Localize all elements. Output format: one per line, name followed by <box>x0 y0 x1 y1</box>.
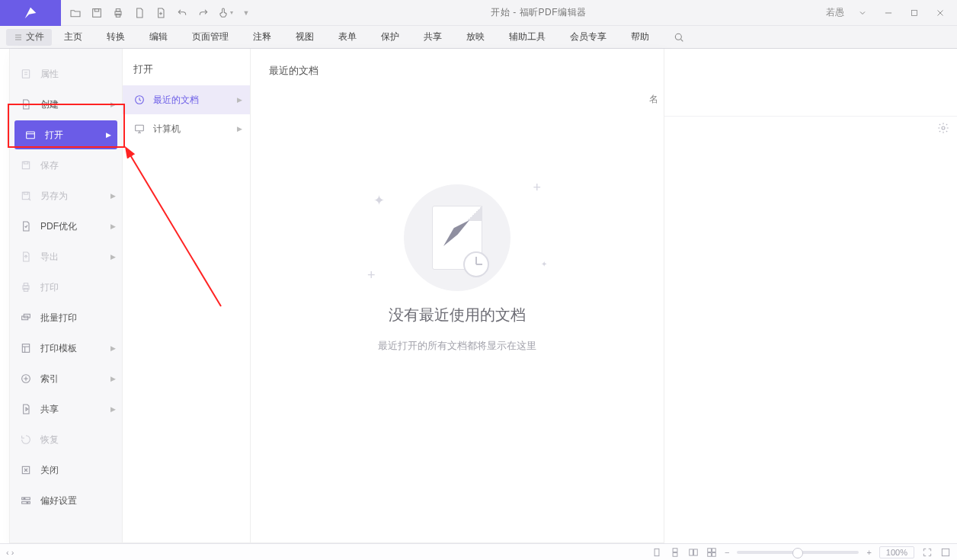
zoom-out-icon[interactable]: − <box>725 548 729 557</box>
file-backstage: 属性创建▶打开▶保存另存为▶PDF优化▶导出▶打印批量打印打印模板▶索引▶共享▶… <box>9 49 664 543</box>
clock-icon <box>463 251 489 277</box>
svg-rect-7 <box>22 70 29 78</box>
tab-home[interactable]: 主页 <box>52 26 94 49</box>
open-sub-monitor[interactable]: 计算机▶ <box>123 114 250 143</box>
open-icon[interactable] <box>66 3 85 23</box>
undo-icon[interactable] <box>172 3 192 23</box>
svg-rect-1 <box>94 8 98 11</box>
gear-icon[interactable] <box>937 122 949 134</box>
open-sub-clock[interactable]: 最近的文档▶ <box>123 85 250 114</box>
main-area: 属性创建▶打开▶保存另存为▶PDF优化▶导出▶打印批量打印打印模板▶索引▶共享▶… <box>0 49 957 543</box>
svg-rect-30 <box>673 548 677 552</box>
file-menu-export: 导出▶ <box>10 242 122 271</box>
svg-rect-29 <box>655 549 659 555</box>
view-single-icon[interactable] <box>651 547 662 558</box>
print-icon[interactable] <box>108 3 128 23</box>
svg-rect-5 <box>912 10 917 15</box>
file-menu-open[interactable]: 打开▶ <box>14 120 117 149</box>
fit-icon[interactable] <box>940 547 951 558</box>
file-menu-close[interactable]: 关闭 <box>10 456 122 485</box>
svg-rect-9 <box>22 162 29 168</box>
open-subpanel: 打开 最近的文档▶计算机▶ <box>123 49 251 542</box>
file-menu-optimize[interactable]: PDF优化▶ <box>10 212 122 241</box>
peek-text: 名 <box>649 93 658 106</box>
tab-form[interactable]: 表单 <box>326 26 369 49</box>
page-add-icon[interactable] <box>151 3 171 23</box>
quick-access-toolbar: ▾ ▼ <box>61 3 256 23</box>
file-tab[interactable]: 文件 <box>6 29 52 46</box>
file-menu-print: 打印 <box>10 273 122 302</box>
tab-annotate[interactable]: 注释 <box>241 26 283 49</box>
svg-rect-18 <box>22 344 29 353</box>
file-menu-saveas: 另存为▶ <box>10 181 122 210</box>
file-menu-new[interactable]: 创建▶ <box>10 90 122 119</box>
view-facing-cont-icon[interactable] <box>706 547 717 558</box>
minimize-icon[interactable] <box>876 3 901 23</box>
tab-view[interactable]: 视图 <box>283 26 326 49</box>
svg-rect-38 <box>942 549 949 555</box>
svg-rect-35 <box>712 548 716 552</box>
svg-rect-21 <box>22 498 30 500</box>
svg-rect-12 <box>24 192 27 194</box>
tab-pages[interactable]: 页面管理 <box>180 26 241 49</box>
redo-icon[interactable] <box>194 3 213 23</box>
svg-point-24 <box>27 502 28 504</box>
user-name[interactable]: 若愚 <box>821 6 849 19</box>
svg-rect-36 <box>708 552 712 556</box>
file-menu-restore: 恢复 <box>10 425 122 454</box>
file-menu-template[interactable]: 打印模板▶ <box>10 334 122 363</box>
file-tab-label: 文件 <box>26 30 44 43</box>
empty-illustration <box>404 184 511 291</box>
tab-edit[interactable]: 编辑 <box>137 26 180 49</box>
status-bar: ‹ › − + 100% <box>0 543 957 560</box>
svg-rect-0 <box>93 8 101 17</box>
tab-vip[interactable]: 会员专享 <box>558 26 619 49</box>
fullscreen-icon[interactable] <box>922 547 933 558</box>
open-right-panel: 最近的文档 ✦ + ✦ + 没有最近使用的文档 最近打开的所有文档都将显示在这里 <box>251 49 664 542</box>
svg-rect-26 <box>136 125 144 130</box>
svg-rect-8 <box>27 132 35 139</box>
tab-protect[interactable]: 保护 <box>369 26 411 49</box>
sb-nav[interactable]: ‹ › <box>6 548 14 557</box>
file-menu-prefs[interactable]: 偏好设置 <box>10 486 122 515</box>
page-icon[interactable] <box>130 3 149 23</box>
svg-rect-4 <box>116 14 120 17</box>
svg-rect-22 <box>22 501 30 504</box>
qat-dropdown-icon[interactable]: ▼ <box>236 3 256 23</box>
file-menu-share[interactable]: 共享▶ <box>10 395 122 424</box>
svg-rect-31 <box>673 552 677 556</box>
view-continuous-icon[interactable] <box>670 547 680 558</box>
zoom-value[interactable]: 100% <box>879 546 914 558</box>
user-dropdown-icon[interactable] <box>850 3 875 23</box>
tab-help[interactable]: 帮助 <box>619 26 661 49</box>
view-facing-icon[interactable] <box>688 547 699 558</box>
save-icon[interactable] <box>87 3 107 23</box>
close-icon[interactable] <box>928 3 952 23</box>
tab-share[interactable]: 共享 <box>411 26 454 49</box>
tab-tools[interactable]: 辅助工具 <box>497 26 558 49</box>
ribbon-tabs: 文件 主页 转换 编辑 页面管理 注释 视图 表单 保护 共享 放映 辅助工具 … <box>0 26 957 49</box>
svg-rect-37 <box>712 552 716 556</box>
open-heading: 打开 <box>123 62 250 85</box>
svg-rect-10 <box>24 162 27 164</box>
empty-state: ✦ + ✦ + 没有最近使用的文档 最近打开的所有文档都将显示在这里 <box>269 184 645 353</box>
tab-present[interactable]: 放映 <box>454 26 497 49</box>
empty-title: 没有最近使用的文档 <box>389 305 526 325</box>
svg-point-6 <box>675 34 681 40</box>
search-icon[interactable] <box>669 27 689 47</box>
maximize-icon[interactable] <box>902 3 927 23</box>
svg-point-23 <box>24 498 25 499</box>
svg-rect-32 <box>690 549 693 555</box>
svg-point-27 <box>942 126 945 130</box>
file-menu-batchprint[interactable]: 批量打印 <box>10 303 122 332</box>
tab-convert[interactable]: 转换 <box>94 26 137 49</box>
svg-rect-15 <box>24 288 27 291</box>
zoom-slider[interactable] <box>737 551 859 554</box>
zoom-in-icon[interactable]: + <box>866 548 871 557</box>
empty-subtitle: 最近打开的所有文档都将显示在这里 <box>378 339 536 353</box>
touch-icon[interactable]: ▾ <box>215 3 235 23</box>
titlebar: ▾ ▼ 开始 - 福昕PDF编辑器 若愚 <box>0 0 957 26</box>
window-title: 开始 - 福昕PDF编辑器 <box>256 6 821 19</box>
svg-rect-34 <box>708 548 712 552</box>
file-menu-index[interactable]: 索引▶ <box>10 364 122 393</box>
